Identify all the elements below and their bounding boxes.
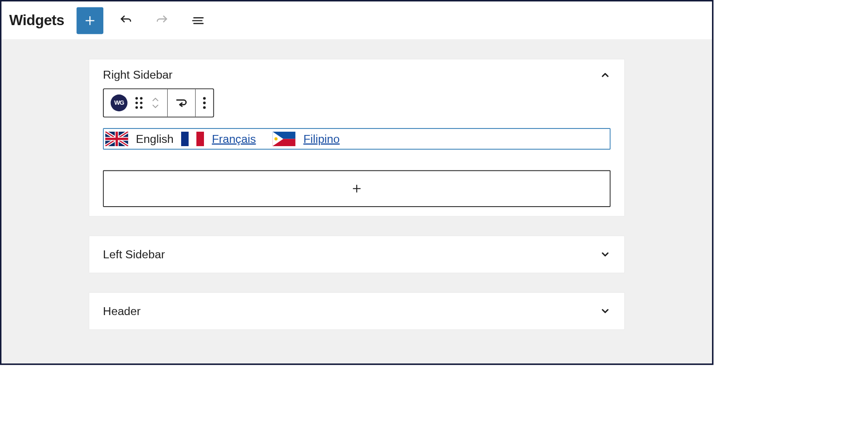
widget-areas-column: Right Sidebar WG	[89, 59, 625, 330]
undo-button[interactable]	[113, 7, 140, 34]
svg-point-11	[203, 97, 206, 100]
lang-link-fr[interactable]: Français	[212, 132, 256, 145]
flag-uk-icon	[105, 132, 128, 146]
plus-icon	[351, 183, 363, 195]
app-frame: Widgets	[0, 0, 713, 365]
svg-rect-18	[105, 138, 128, 140]
panel-title: Header	[103, 304, 141, 317]
move-down-icon[interactable]	[150, 104, 160, 109]
svg-point-9	[136, 106, 138, 108]
block-options-button[interactable]	[196, 89, 213, 117]
svg-point-8	[140, 101, 142, 104]
move-to-icon	[175, 96, 189, 110]
kebab-icon	[203, 96, 206, 110]
list-view-button[interactable]	[184, 7, 211, 34]
svg-point-5	[136, 97, 138, 100]
chevron-down-icon	[600, 306, 610, 316]
lang-label-current: English	[136, 132, 174, 145]
flag-ph-icon	[273, 132, 296, 146]
editor-canvas: Right Sidebar WG	[1, 40, 712, 363]
block-mover	[150, 97, 160, 109]
panel-title: Left Sidebar	[103, 248, 165, 261]
block-toolbar: WG	[103, 88, 214, 117]
chevron-down-icon	[600, 249, 610, 260]
undo-icon	[119, 13, 133, 27]
block-type-badge[interactable]: WG	[111, 94, 128, 111]
list-view-icon	[191, 13, 205, 27]
page-title: Widgets	[9, 12, 64, 28]
language-switcher-block[interactable]: English Français	[103, 128, 610, 149]
block-toolbar-group-main: WG	[104, 89, 168, 117]
svg-point-7	[136, 101, 138, 104]
svg-point-10	[140, 106, 142, 108]
panel-title: Right Sidebar	[103, 68, 172, 81]
panel-right-sidebar: Right Sidebar WG	[89, 59, 625, 217]
add-block-inserter-button[interactable]	[76, 7, 103, 34]
lang-link-ph[interactable]: Filipino	[303, 132, 339, 145]
drag-icon[interactable]	[135, 96, 144, 110]
svg-rect-21	[197, 132, 204, 146]
svg-rect-20	[189, 132, 197, 146]
add-block-appender[interactable]	[103, 170, 610, 207]
chevron-up-icon	[600, 70, 610, 81]
redo-button[interactable]	[149, 7, 176, 34]
svg-point-6	[140, 97, 142, 100]
top-toolbar: Widgets	[1, 1, 712, 40]
move-to-widget-area-button[interactable]	[168, 89, 196, 117]
panel-header-header-area[interactable]: Header	[103, 302, 610, 320]
panel-header-right-sidebar[interactable]: Right Sidebar	[103, 68, 610, 81]
svg-point-13	[203, 106, 206, 109]
panel-header-left-sidebar[interactable]: Left Sidebar	[103, 245, 610, 263]
svg-point-12	[203, 101, 206, 104]
redo-icon	[155, 13, 169, 27]
svg-rect-19	[181, 132, 189, 146]
move-up-icon[interactable]	[150, 97, 160, 102]
svg-point-25	[275, 137, 278, 141]
panel-header-area: Header	[89, 292, 625, 330]
flag-fr-icon	[181, 132, 204, 146]
plus-icon	[83, 14, 96, 27]
panel-left-sidebar: Left Sidebar	[89, 235, 625, 273]
